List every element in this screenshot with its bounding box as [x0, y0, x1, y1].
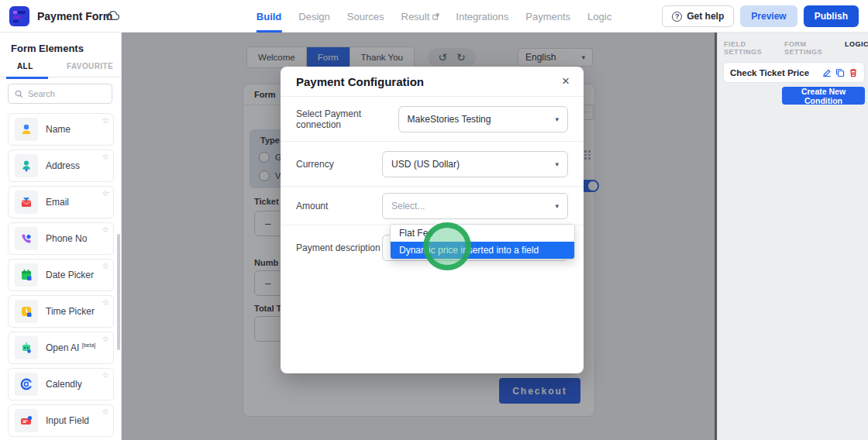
description-label: Payment description [296, 242, 381, 253]
chevron-down-icon: ▾ [555, 202, 559, 210]
page-title: Payment Form [37, 10, 112, 22]
app-logo-icon [9, 6, 29, 26]
close-icon[interactable]: × [562, 74, 570, 89]
favorite-star-icon[interactable]: ☆ [102, 297, 109, 308]
favorite-star-icon[interactable]: ☆ [102, 115, 109, 125]
sidebar-tabs: ALL FAVOURITE [0, 60, 122, 77]
email-icon [19, 194, 34, 210]
element-phone[interactable]: Phone No ☆ [8, 222, 114, 255]
currency-label: Currency [296, 159, 334, 170]
address-icon [19, 158, 34, 174]
favorite-star-icon[interactable]: ☆ [102, 370, 109, 380]
builder-canvas-area: Welcome Form Thank You ↺ ↻ English▾ Form… [122, 33, 717, 440]
nav-design[interactable]: Design [298, 0, 329, 33]
tab-all[interactable]: ALL [17, 62, 33, 70]
element-date-picker[interactable]: Date Picker ☆ [8, 259, 114, 291]
top-nav: Build Design Sources Result Integrations… [257, 0, 611, 33]
nav-logic[interactable]: Logic [587, 0, 611, 33]
tab-logic[interactable]: LOGIC [845, 40, 868, 56]
tab-favourite[interactable]: FAVOURITE [67, 62, 113, 70]
element-list: Name ☆ Address ☆ Email ☆ Phone No ☆ Date… [8, 113, 114, 440]
preview-button[interactable]: Preview [740, 5, 797, 27]
question-icon: ? [672, 12, 682, 22]
settings-tabs: FIELD SETTINGS FORM SETTINGS LOGIC [718, 40, 868, 56]
search-input[interactable]: Search [8, 84, 112, 104]
connection-label: Select Payment connection [296, 108, 398, 130]
sidebar-title: Form Elements [11, 43, 84, 54]
person-icon [19, 122, 34, 137]
currency-select[interactable]: USD (US Dollar)▾ [382, 151, 568, 177]
favorite-star-icon[interactable]: ☆ [102, 225, 109, 235]
nav-build[interactable]: Build [257, 0, 282, 33]
element-calendly[interactable]: Calendly ☆ [8, 368, 114, 400]
element-name[interactable]: Name ☆ [8, 113, 114, 146]
condition-card[interactable]: Check Ticket Price [723, 62, 865, 83]
element-email[interactable]: Email ☆ [8, 186, 114, 218]
chevron-down-icon: ▾ [555, 160, 559, 168]
tab-form-settings[interactable]: FORM SETTINGS [784, 40, 835, 56]
condition-name: Check Ticket Price [730, 68, 809, 77]
clock-icon [19, 304, 34, 319]
menu-option-dynamic-price[interactable]: Dynamic price inserted into a field [391, 242, 574, 259]
top-bar: Payment Form Build Design Sources Result… [0, 0, 868, 33]
chevron-down-icon: ▾ [555, 115, 559, 123]
favorite-star-icon[interactable]: ☆ [102, 152, 109, 162]
delete-icon[interactable] [849, 68, 858, 77]
amount-select[interactable]: Select...▾ [382, 193, 568, 219]
settings-panel: FIELD SETTINGS FORM SETTINGS LOGIC Check… [717, 33, 868, 440]
payment-configuration-modal: Payment Configuration × Select Payment c… [281, 67, 584, 373]
cloud-save-icon [105, 9, 120, 22]
element-open-ai[interactable]: Open AI [beta] ☆ [8, 332, 114, 364]
calendar-icon [19, 267, 34, 283]
amount-label: Amount [296, 201, 328, 211]
favorite-star-icon[interactable]: ☆ [102, 407, 109, 417]
publish-button[interactable]: Publish [804, 5, 859, 27]
form-elements-sidebar: Form Elements ALL FAVOURITE Search Name … [0, 33, 122, 440]
favorite-star-icon[interactable]: ☆ [102, 188, 109, 198]
robot-icon [19, 340, 34, 356]
menu-option-flat-fee[interactable]: Flat Fee [391, 225, 574, 242]
modal-title: Payment Configuration [296, 75, 424, 88]
element-address[interactable]: Address ☆ [8, 150, 114, 182]
favorite-star-icon[interactable]: ☆ [102, 334, 109, 344]
calendly-icon [19, 376, 34, 392]
beta-badge: [beta] [82, 342, 96, 348]
element-input-field[interactable]: Input Field ☆ [8, 404, 114, 437]
nav-integrations[interactable]: Integrations [456, 0, 508, 33]
duplicate-icon[interactable] [835, 68, 845, 77]
nav-payments[interactable]: Payments [525, 0, 570, 33]
payment-connection-select[interactable]: MakeStories Testing▾ [398, 106, 568, 132]
get-help-button[interactable]: ?Get help [662, 5, 734, 27]
sidebar-scrollbar[interactable] [117, 234, 120, 350]
create-new-condition-button[interactable]: Create New Condition [782, 87, 865, 105]
search-icon [15, 90, 23, 98]
tab-field-settings[interactable]: FIELD SETTINGS [724, 40, 775, 56]
phone-icon [19, 231, 34, 246]
element-time-picker[interactable]: Time Picker ☆ [8, 295, 114, 328]
nav-result[interactable]: Result [401, 0, 439, 33]
favorite-star-icon[interactable]: ☆ [102, 261, 109, 271]
input-field-icon [19, 413, 34, 428]
nav-sources[interactable]: Sources [347, 0, 384, 33]
amount-dropdown-menu: Flat Fee Dynamic price inserted into a f… [390, 224, 575, 260]
edit-icon[interactable] [822, 68, 832, 77]
external-link-icon [432, 13, 439, 20]
